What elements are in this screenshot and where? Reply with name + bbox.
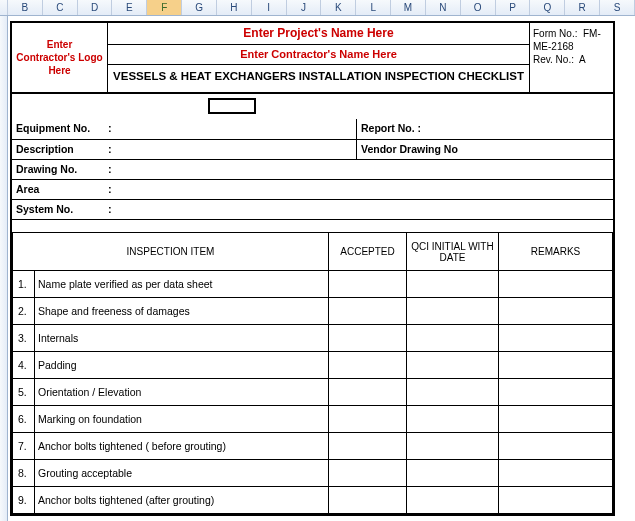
item-text: Name plate verified as per data sheet <box>35 271 329 298</box>
accepted-cell[interactable] <box>329 406 407 433</box>
qci-cell[interactable] <box>407 325 499 352</box>
remarks-cell[interactable] <box>499 298 613 325</box>
col-inspection-item: INSPECTION ITEM <box>13 233 329 271</box>
rev-no-value: A <box>579 54 586 65</box>
meta-row-area: Area : <box>12 179 613 199</box>
column-header-cell[interactable]: O <box>461 0 496 15</box>
vendor-drawing-label: Vendor Drawing No <box>357 140 477 159</box>
column-header-cell[interactable]: G <box>182 0 217 15</box>
accepted-cell[interactable] <box>329 379 407 406</box>
form-title: VESSELS & HEAT EXCHANGERS INSTALLATION I… <box>108 65 529 88</box>
header-spacer <box>12 93 613 119</box>
column-headers: BCDEFGHIJKLMNOPQRS <box>0 0 635 16</box>
table-header-row: INSPECTION ITEM ACCEPTED QCI INITIAL WIT… <box>13 233 613 271</box>
qci-cell[interactable] <box>407 379 499 406</box>
remarks-cell[interactable] <box>499 379 613 406</box>
system-no-value[interactable] <box>126 200 357 219</box>
table-row: 4.Padding <box>13 352 613 379</box>
column-header-cell[interactable]: H <box>217 0 252 15</box>
remarks-cell[interactable] <box>499 433 613 460</box>
col-remarks: REMARKS <box>499 233 613 271</box>
system-no-label: System No. <box>12 200 108 219</box>
col-accepted: ACCEPTED <box>329 233 407 271</box>
accepted-cell[interactable] <box>329 325 407 352</box>
item-text: Padding <box>35 352 329 379</box>
table-row: 8.Grouting acceptable <box>13 460 613 487</box>
column-header-cell[interactable]: F <box>147 0 182 15</box>
item-text: Marking on foundation <box>35 406 329 433</box>
column-header-cell[interactable]: P <box>496 0 531 15</box>
accepted-cell[interactable] <box>329 460 407 487</box>
description-label: Description <box>12 140 108 159</box>
column-header-cell[interactable]: D <box>78 0 113 15</box>
column-header-cell[interactable]: M <box>391 0 426 15</box>
column-header-cell[interactable]: Q <box>530 0 565 15</box>
report-no-value[interactable] <box>477 119 613 139</box>
accepted-cell[interactable] <box>329 271 407 298</box>
table-row: 9.Anchor bolts tightened (after grouting… <box>13 487 613 514</box>
contractor-name-placeholder: Enter Contractor's Name Here <box>108 45 529 65</box>
description-value[interactable] <box>126 140 357 159</box>
area-label: Area <box>12 180 108 199</box>
column-header-cell[interactable]: B <box>8 0 43 15</box>
table-row: 6.Marking on foundation <box>13 406 613 433</box>
active-cell-cursor <box>208 98 256 114</box>
column-header-cell[interactable]: I <box>252 0 287 15</box>
accepted-cell[interactable] <box>329 487 407 514</box>
item-number: 2. <box>13 298 35 325</box>
column-header-cell[interactable]: C <box>43 0 78 15</box>
accepted-cell[interactable] <box>329 433 407 460</box>
col-qci: QCI INITIAL WITH DATE <box>407 233 499 271</box>
qci-cell[interactable] <box>407 406 499 433</box>
drawing-no-value[interactable] <box>126 160 357 179</box>
area-value[interactable] <box>126 180 357 199</box>
column-header-cell[interactable]: L <box>356 0 391 15</box>
table-row: 3.Internals <box>13 325 613 352</box>
meta-table-gap <box>12 220 613 232</box>
column-header-cell[interactable]: R <box>565 0 600 15</box>
qci-cell[interactable] <box>407 352 499 379</box>
drawing-no-label: Drawing No. <box>12 160 108 179</box>
remarks-cell[interactable] <box>499 487 613 514</box>
item-number: 3. <box>13 325 35 352</box>
item-number: 4. <box>13 352 35 379</box>
column-header-cell[interactable]: J <box>287 0 322 15</box>
remarks-cell[interactable] <box>499 460 613 487</box>
qci-cell[interactable] <box>407 433 499 460</box>
qci-cell[interactable] <box>407 460 499 487</box>
metadata-block: Equipment No. : Report No. : Description… <box>12 119 613 220</box>
column-header-cell[interactable]: S <box>600 0 635 15</box>
meta-row-description: Description : Vendor Drawing No <box>12 139 613 159</box>
inspection-table: INSPECTION ITEM ACCEPTED QCI INITIAL WIT… <box>12 232 613 514</box>
item-number: 6. <box>13 406 35 433</box>
qci-cell[interactable] <box>407 487 499 514</box>
accepted-cell[interactable] <box>329 298 407 325</box>
meta-row-drawing: Drawing No. : <box>12 159 613 179</box>
column-header-cell[interactable]: E <box>112 0 147 15</box>
column-header-cell[interactable]: K <box>321 0 356 15</box>
accepted-cell[interactable] <box>329 352 407 379</box>
item-text: Orientation / Elevation <box>35 379 329 406</box>
qci-cell[interactable] <box>407 298 499 325</box>
spreadsheet-area[interactable]: Enter Contractor's Logo Here Enter Proje… <box>8 16 635 521</box>
remarks-cell[interactable] <box>499 325 613 352</box>
item-number: 5. <box>13 379 35 406</box>
row-headers <box>0 16 8 521</box>
meta-row-equipment: Equipment No. : Report No. : <box>12 119 613 139</box>
project-name-placeholder: Enter Project's Name Here <box>108 23 529 45</box>
column-header-cell[interactable]: N <box>426 0 461 15</box>
meta-row-system: System No. : <box>12 199 613 219</box>
inspection-form: Enter Contractor's Logo Here Enter Proje… <box>10 21 615 516</box>
item-text: Anchor bolts tightened ( before grouting… <box>35 433 329 460</box>
vendor-drawing-value[interactable] <box>477 140 613 159</box>
remarks-cell[interactable] <box>499 271 613 298</box>
remarks-cell[interactable] <box>499 352 613 379</box>
contractor-logo-placeholder: Enter Contractor's Logo Here <box>12 23 108 92</box>
form-header: Enter Contractor's Logo Here Enter Proje… <box>12 23 613 93</box>
form-no-label: Form No.: <box>533 28 577 39</box>
remarks-cell[interactable] <box>499 406 613 433</box>
qci-cell[interactable] <box>407 271 499 298</box>
equipment-no-value[interactable] <box>126 119 357 139</box>
item-number: 7. <box>13 433 35 460</box>
equipment-no-label: Equipment No. <box>12 119 108 139</box>
